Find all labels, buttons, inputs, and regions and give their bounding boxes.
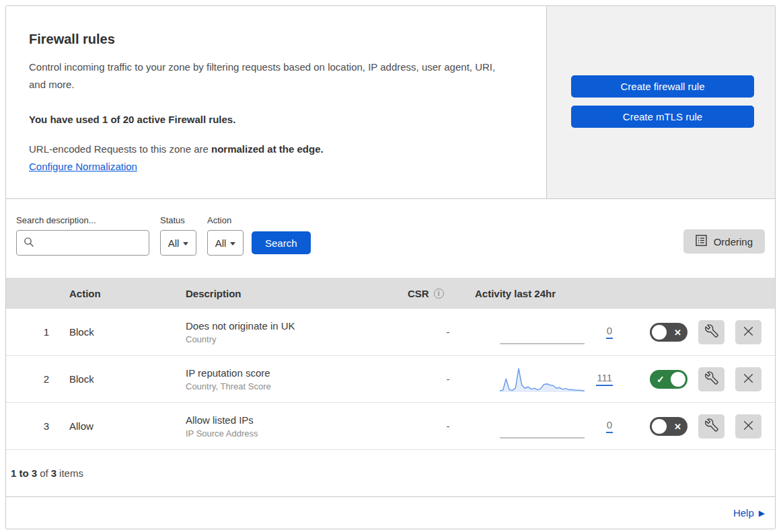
table-header: Action Description CSR i Activity last 2… — [6, 278, 775, 309]
configure-normalization-link[interactable]: Configure Normalization — [29, 161, 137, 172]
filter-bar: Search description... Status All Action — [6, 199, 775, 278]
rule-action: Allow — [69, 420, 186, 432]
rule-fields: Country, Threat Score — [186, 381, 408, 391]
rule-action: Block — [69, 373, 186, 385]
help-bar: Help ▶ — [6, 497, 775, 529]
toggle-knob — [671, 372, 685, 387]
delete-rule-button[interactable] — [735, 320, 761, 344]
rule-description: IP reputation score — [186, 367, 408, 379]
activity-count-link[interactable]: 111 — [596, 372, 613, 386]
header-csr: CSR i — [408, 288, 475, 299]
toggle-knob — [652, 419, 667, 434]
create-mtls-rule-button[interactable]: Create mTLS rule — [571, 106, 754, 128]
wrench-icon — [705, 418, 718, 434]
rule-action: Block — [69, 326, 186, 338]
rule-controls: ✓ — [620, 367, 775, 391]
rule-description-cell: Allow listed IPs IP Source Address — [186, 414, 408, 439]
rule-csr: - — [408, 326, 475, 338]
ordering-list-icon — [696, 235, 707, 248]
toggle-off-icon: ✕ — [674, 421, 681, 431]
status-dropdown[interactable]: All — [160, 230, 196, 256]
normalization-prefix: URL-encoded Requests to this zone are — [29, 143, 211, 155]
header-description: Description — [186, 288, 408, 299]
info-icon: i — [434, 289, 444, 299]
toggle-knob — [652, 325, 667, 340]
action-label: Action — [207, 215, 244, 225]
edit-rule-button[interactable] — [698, 320, 724, 344]
status-label: Status — [160, 215, 196, 225]
rule-fields: Country — [186, 334, 408, 344]
firewall-rules-page: Firewall rules Control incoming traffic … — [5, 5, 776, 529]
help-link-label: Help — [733, 507, 754, 519]
status-dropdown-value: All — [168, 237, 180, 249]
create-firewall-rule-button[interactable]: Create firewall rule — [571, 75, 754, 98]
actions-panel: Create firewall rule Create mTLS rule — [547, 6, 775, 198]
ordering-button[interactable]: Ordering — [683, 229, 765, 254]
ordering-button-label: Ordering — [714, 236, 753, 248]
rule-controls: ✕ — [620, 320, 775, 344]
status-field: Status All — [160, 215, 196, 256]
action-dropdown-value: All — [215, 237, 227, 249]
rule-enable-toggle[interactable]: ✓ — [650, 370, 687, 389]
rule-activity-cell: 0 — [475, 317, 620, 347]
search-input[interactable] — [39, 237, 149, 249]
pagination-range: 1 to 3 — [11, 467, 37, 479]
rule-index: 1 — [6, 326, 69, 338]
delete-rule-button[interactable] — [735, 367, 761, 391]
header-action: Action — [69, 288, 186, 299]
wrench-icon — [705, 371, 718, 387]
page-title: Firewall rules — [29, 32, 519, 47]
rule-index: 3 — [6, 420, 69, 432]
search-input-wrap — [16, 230, 149, 256]
rule-fields: IP Source Address — [186, 428, 408, 439]
chevron-down-icon — [230, 242, 235, 245]
rule-csr: - — [408, 373, 475, 385]
search-label: Search description... — [16, 215, 149, 225]
action-dropdown[interactable]: All — [207, 230, 244, 256]
usage-note: You have used 1 of 20 active Firewall ru… — [29, 114, 519, 125]
close-icon — [743, 373, 754, 386]
wrench-icon — [705, 324, 718, 340]
pagination-items: items — [59, 467, 83, 479]
filter-controls: Search description... Status All Action — [16, 215, 311, 256]
top-section: Firewall rules Control incoming traffic … — [6, 6, 775, 199]
rule-description: Allow listed IPs — [186, 414, 408, 426]
table-row: 2 Block IP reputation score Country, Thr… — [6, 356, 775, 403]
activity-sparkline-empty — [500, 317, 585, 347]
activity-count-link[interactable]: 0 — [606, 419, 613, 433]
normalization-note: URL-encoded Requests to this zone are no… — [29, 143, 519, 155]
pagination-of: of — [40, 467, 48, 479]
rule-description-cell: Does not originate in UK Country — [186, 320, 408, 344]
close-icon — [743, 420, 754, 433]
toggle-off-icon: ✕ — [674, 327, 681, 337]
search-button[interactable]: Search — [252, 231, 311, 254]
edit-rule-button[interactable] — [698, 414, 724, 439]
rule-activity-cell: 111 — [475, 365, 620, 394]
pagination-total: 3 — [51, 467, 57, 479]
help-arrow-icon: ▶ — [759, 508, 765, 518]
activity-sparkline-empty — [500, 412, 585, 441]
search-icon — [24, 237, 34, 250]
rule-description-cell: IP reputation score Country, Threat Scor… — [186, 367, 408, 391]
help-link[interactable]: Help ▶ — [733, 507, 765, 519]
table-row: 3 Allow Allow listed IPs IP Source Addre… — [6, 403, 775, 450]
rule-activity-cell: 0 — [475, 412, 620, 441]
close-icon — [743, 326, 754, 339]
header-csr-label: CSR — [408, 288, 429, 299]
header-card: Firewall rules Control incoming traffic … — [6, 6, 547, 198]
activity-count-link[interactable]: 0 — [606, 325, 613, 339]
rule-enable-toggle[interactable]: ✕ — [650, 417, 687, 436]
activity-sparkline — [500, 365, 585, 394]
normalization-bold: normalized at the edge. — [211, 143, 324, 155]
search-field: Search description... — [16, 215, 149, 256]
edit-rule-button[interactable] — [698, 367, 724, 391]
page-description: Control incoming traffic to your zone by… — [29, 59, 503, 94]
rule-description: Does not originate in UK — [186, 320, 408, 332]
rule-csr: - — [408, 420, 475, 432]
rule-enable-toggle[interactable]: ✕ — [650, 323, 687, 342]
toggle-check-icon: ✓ — [657, 374, 665, 385]
action-field: Action All — [207, 215, 244, 256]
header-activity: Activity last 24hr — [475, 288, 620, 299]
table-row: 1 Block Does not originate in UK Country… — [6, 309, 775, 356]
delete-rule-button[interactable] — [735, 414, 761, 439]
